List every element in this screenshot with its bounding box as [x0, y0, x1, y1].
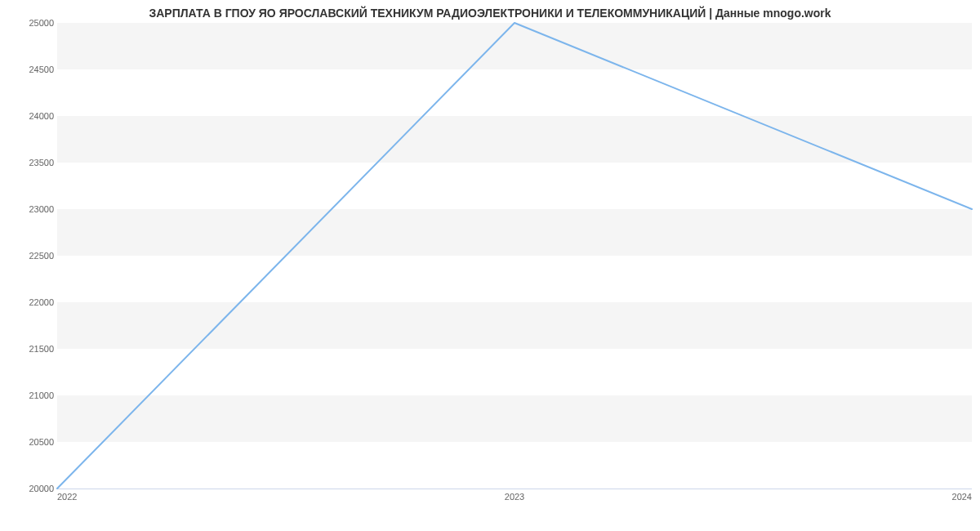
x-axis-tick-label: 2023	[505, 492, 524, 502]
y-axis-tick-label: 21500	[29, 344, 54, 354]
chart-title: ЗАРПЛАТА В ГПОУ ЯО ЯРОСЛАВСКИЙ ТЕХНИКУМ …	[0, 7, 980, 20]
x-axis-tick-label: 2022	[57, 492, 77, 502]
y-axis-tick-label: 25000	[29, 18, 54, 28]
y-axis-tick-label: 22000	[29, 297, 54, 307]
y-axis-tick-label: 24000	[29, 111, 54, 121]
y-axis-tick-label: 20500	[29, 437, 54, 447]
y-axis-tick-label: 21000	[29, 390, 54, 400]
y-axis-tick-label: 24500	[29, 65, 54, 74]
x-axis-tick-label: 2024	[952, 492, 972, 502]
y-axis-tick-label: 23000	[29, 204, 54, 214]
data-line	[57, 23, 972, 489]
plot-area	[57, 23, 972, 489]
y-axis-tick-label: 23500	[29, 158, 54, 167]
y-axis-tick-label: 20000	[29, 484, 54, 493]
y-axis-tick-label: 22500	[29, 251, 54, 261]
salary-chart: ЗАРПЛАТА В ГПОУ ЯО ЯРОСЛАВСКИЙ ТЕХНИКУМ …	[0, 0, 980, 531]
